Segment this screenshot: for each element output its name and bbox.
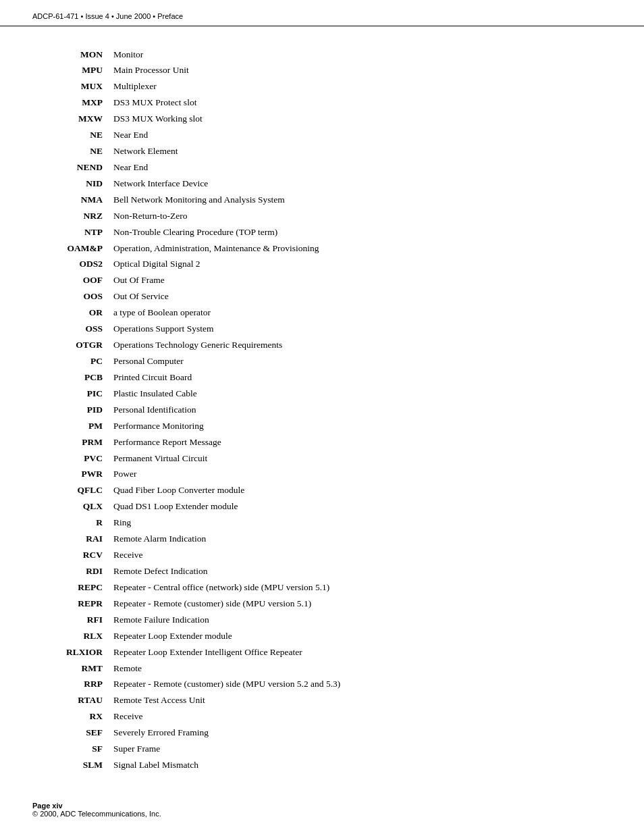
- glossary-definition: Power: [113, 467, 612, 483]
- glossary-definition: Ring: [113, 515, 612, 531]
- glossary-row: QLXQuad DS1 Loop Extender module: [32, 499, 612, 515]
- glossary-row: OTGROperations Technology Generic Requir…: [32, 338, 612, 354]
- copyright-text: © 2000, ADC Telecommunications, Inc.: [32, 810, 161, 818]
- glossary-abbr: QLX: [32, 499, 113, 515]
- glossary-row: NENDNear End: [32, 159, 612, 176]
- glossary-definition: Non-Return-to-Zero: [113, 208, 612, 224]
- glossary-abbr: REPR: [32, 596, 113, 612]
- glossary-abbr: RDI: [32, 564, 113, 580]
- glossary-definition: Repeater - Remote (customer) side (MPU v…: [113, 677, 612, 693]
- glossary-abbr: OSS: [32, 321, 113, 338]
- glossary-definition: Network Interface Device: [113, 176, 612, 192]
- glossary-definition: Repeater - Remote (customer) side (MPU v…: [113, 596, 612, 612]
- glossary-row: RTAURemote Test Access Unit: [32, 693, 612, 709]
- glossary-row: OOSOut Of Service: [32, 289, 612, 305]
- glossary-row: REPCRepeater - Central office (network) …: [32, 579, 612, 596]
- glossary-abbr: PVC: [32, 450, 113, 467]
- glossary-definition: Super Frame: [113, 741, 612, 758]
- glossary-row: NENear End: [32, 128, 612, 144]
- glossary-abbr: PID: [32, 402, 113, 418]
- glossary-abbr: OOS: [32, 289, 113, 305]
- glossary-row: MONMonitor: [32, 47, 612, 63]
- glossary-row: RDIRemote Defect Indication: [32, 564, 612, 580]
- glossary-abbr: NRZ: [32, 208, 113, 224]
- glossary-abbr: RLXIOR: [32, 644, 113, 660]
- glossary-row: NENetwork Element: [32, 144, 612, 160]
- glossary-definition: Monitor: [113, 47, 612, 63]
- glossary-row: MXWDS3 MUX Working slot: [32, 111, 612, 128]
- glossary-abbr: SF: [32, 741, 113, 758]
- glossary-abbr: RX: [32, 709, 113, 725]
- glossary-definition: Printed Circuit Board: [113, 369, 612, 386]
- glossary-row: PCPersonal Computer: [32, 354, 612, 370]
- glossary-abbr: NE: [32, 144, 113, 160]
- glossary-definition: Operation, Administration, Maintenance &…: [113, 240, 612, 257]
- glossary-row: QFLCQuad Fiber Loop Converter module: [32, 483, 612, 499]
- glossary-definition: Repeater - Central office (network) side…: [113, 579, 612, 596]
- glossary-definition: Bell Network Monitoring and Analysis Sys…: [113, 192, 612, 208]
- glossary-definition: Repeater Loop Extender module: [113, 628, 612, 644]
- glossary-row: PIDPersonal Identification: [32, 402, 612, 418]
- glossary-row: PMPerformance Monitoring: [32, 418, 612, 434]
- glossary-row: SFSuper Frame: [32, 741, 612, 758]
- glossary-abbr: NID: [32, 176, 113, 192]
- glossary-abbr: QFLC: [32, 483, 113, 499]
- glossary-definition: Receive: [113, 709, 612, 725]
- glossary-row: MXPDS3 MUX Protect slot: [32, 95, 612, 111]
- glossary-abbr: MXW: [32, 111, 113, 128]
- glossary-abbr: NMA: [32, 192, 113, 208]
- glossary-definition: a type of Boolean operator: [113, 305, 612, 321]
- glossary-abbr: MON: [32, 47, 113, 63]
- glossary-abbr: RMT: [32, 660, 113, 677]
- glossary-definition: Personal Identification: [113, 402, 612, 418]
- glossary-row: PVCPermanent Virtual Circuit: [32, 450, 612, 467]
- glossary-row: NIDNetwork Interface Device: [32, 176, 612, 192]
- glossary-definition: Remote Alarm Indication: [113, 531, 612, 548]
- glossary-row: ORa type of Boolean operator: [32, 305, 612, 321]
- glossary-abbr: PWR: [32, 467, 113, 483]
- glossary-definition: Personal Computer: [113, 354, 612, 370]
- glossary-abbr: RRP: [32, 677, 113, 693]
- glossary-abbr: R: [32, 515, 113, 531]
- header-text: ADCP-61-471 • Issue 4 • June 2000 • Pref…: [32, 12, 183, 20]
- glossary-abbr: NE: [32, 128, 113, 144]
- glossary-row: MPUMain Processor Unit: [32, 63, 612, 79]
- glossary-abbr: NEND: [32, 159, 113, 176]
- glossary-definition: Main Processor Unit: [113, 63, 612, 79]
- glossary-definition: Quad Fiber Loop Converter module: [113, 483, 612, 499]
- glossary-definition: Quad DS1 Loop Extender module: [113, 499, 612, 515]
- glossary-abbr: PM: [32, 418, 113, 434]
- glossary-row: NTPNon-Trouble Clearing Procedure (TOP t…: [32, 224, 612, 240]
- glossary-abbr: PRM: [32, 434, 113, 450]
- glossary-row: RLXRepeater Loop Extender module: [32, 628, 612, 644]
- glossary-abbr: SEF: [32, 725, 113, 741]
- glossary-row: OOFOut Of Frame: [32, 273, 612, 289]
- glossary-row: NRZNon-Return-to-Zero: [32, 208, 612, 224]
- glossary-abbr: RFI: [32, 612, 113, 628]
- glossary-abbr: OOF: [32, 273, 113, 289]
- glossary-row: OAM&POperation, Administration, Maintena…: [32, 240, 612, 257]
- glossary-row: RRPRepeater - Remote (customer) side (MP…: [32, 677, 612, 693]
- glossary-definition: Near End: [113, 159, 612, 176]
- glossary-row: PCBPrinted Circuit Board: [32, 369, 612, 386]
- glossary-abbr: PCB: [32, 369, 113, 386]
- page-container: ADCP-61-471 • Issue 4 • June 2000 • Pref…: [0, 0, 644, 834]
- glossary-definition: DS3 MUX Working slot: [113, 111, 612, 128]
- glossary-row: OSSOperations Support System: [32, 321, 612, 338]
- glossary-definition: Operations Technology Generic Requiremen…: [113, 338, 612, 354]
- glossary-row: SEFSeverely Errored Framing: [32, 725, 612, 741]
- glossary-abbr: PC: [32, 354, 113, 370]
- glossary-definition: Remote Test Access Unit: [113, 693, 612, 709]
- glossary-abbr: ODS2: [32, 257, 113, 273]
- glossary-definition: Performance Monitoring: [113, 418, 612, 434]
- glossary-row: RRing: [32, 515, 612, 531]
- glossary-row: ODS2Optical Digital Signal 2: [32, 257, 612, 273]
- glossary-definition: Operations Support System: [113, 321, 612, 338]
- page-header: ADCP-61-471 • Issue 4 • June 2000 • Pref…: [0, 0, 644, 26]
- glossary-row: RCVReceive: [32, 548, 612, 564]
- glossary-abbr: REPC: [32, 579, 113, 596]
- glossary-row: RMTRemote: [32, 660, 612, 677]
- glossary-definition: Plastic Insulated Cable: [113, 386, 612, 402]
- glossary-table: MONMonitorMPUMain Processor UnitMUXMulti…: [32, 47, 612, 773]
- glossary-row: RAIRemote Alarm Indication: [32, 531, 612, 548]
